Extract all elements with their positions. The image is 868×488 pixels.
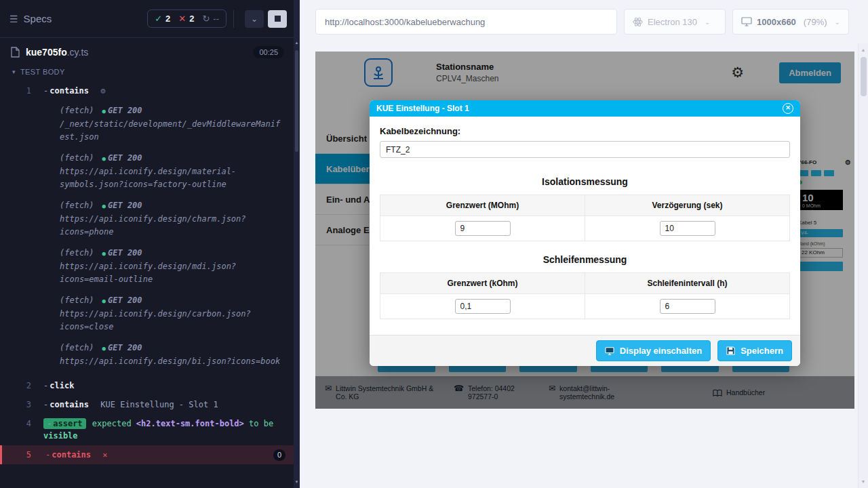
network-log-entry[interactable]: (fetch)●GET 200 https://api.iconify.desi… — [0, 294, 294, 333]
pending-count: ↻-- — [202, 14, 219, 24]
viewport-selector[interactable]: 1000x660 (79%) ⌄ — [732, 9, 849, 35]
viewport-zoom: (79%) — [804, 17, 827, 27]
caret-down-icon: ▾ — [12, 68, 16, 75]
network-log-entry[interactable]: (fetch)●GET 200 /_next/static/developmen… — [0, 104, 294, 144]
fetch-status: GET 200 — [108, 296, 142, 305]
command-row-failed[interactable]: 5 contains ✕ 0 — [0, 445, 294, 464]
loop-col-intervall: Schleifenintervall (h) — [585, 273, 790, 294]
fetch-url: /_next/static/development/_devMiddleware… — [60, 118, 284, 144]
command-log: 1 contains ⚙ (fetch)●GET 200 /_next/stat… — [0, 81, 294, 464]
status-dot-icon: ● — [102, 250, 106, 257]
isolationsmessung-title: Isolationsmessung — [380, 176, 790, 187]
network-log-entry[interactable]: (fetch)●GET 200 https://api.iconify.desi… — [0, 199, 294, 239]
divider — [233, 10, 234, 28]
fetch-status: GET 200 — [108, 343, 142, 352]
app-under-test: Stationsname CPLV4_Maschen ⚙ Abmelden Üb… — [315, 52, 854, 409]
modal-title: KUE Einstellung - Slot 1 — [376, 104, 469, 113]
fetch-url: https://api.iconify.design/mdi.json?icon… — [60, 260, 284, 286]
aut-toolbar: Electron 130 ⌄ 1000x660 (79%) ⌄ — [300, 0, 868, 43]
fetch-label: (fetch) — [60, 296, 94, 305]
app-stage: Electron 130 ⌄ 1000x660 (79%) ⌄ Stations… — [300, 0, 868, 488]
monitor-icon — [741, 17, 752, 26]
loop-grenzwert-input[interactable] — [455, 299, 511, 314]
status-dot-icon: ● — [102, 345, 106, 352]
spec-row[interactable]: kue705fo.cy.ts 00:25 — [0, 38, 294, 65]
command-row[interactable]: 3 contains KUE Einstellung - Slot 1 — [0, 395, 294, 414]
iso-verzoegerung-input[interactable] — [660, 221, 715, 236]
command-row[interactable]: 2 click — [0, 376, 294, 395]
scrollbar-thumb[interactable] — [861, 57, 867, 96]
retry-count-badge: 0 — [273, 449, 285, 461]
status-dot-icon: ● — [102, 155, 106, 162]
stop-icon — [275, 16, 281, 22]
electron-icon — [633, 17, 643, 27]
command-row-assert[interactable]: 4 assert expected <h2.text-sm.font-bold>… — [0, 414, 294, 445]
modal-header: KUE Einstellung - Slot 1 ✕ — [370, 100, 800, 117]
save-icon — [726, 346, 735, 355]
command-row[interactable]: 1 contains ⚙ — [0, 81, 294, 100]
iso-col-verzoegerung: Verzögerung (sek) — [585, 195, 790, 216]
iso-col-grenzwert: Grenzwert (MOhm) — [380, 195, 585, 216]
test-body-toggle[interactable]: ▾ TEST BODY — [0, 65, 294, 81]
command-number: 2 — [0, 380, 31, 392]
schleifenmessung-table: Grenzwert (kOhm) Schleifenintervall (h) — [380, 272, 790, 319]
stop-button[interactable] — [268, 10, 287, 28]
command-method: contains — [43, 400, 89, 409]
scroll-up-icon[interactable]: ▲ — [294, 41, 300, 45]
assert-visible: visible — [43, 431, 78, 441]
command-method: click — [43, 381, 74, 390]
loop-intervall-input[interactable] — [660, 299, 715, 314]
chevron-down-icon: ⌄ — [705, 18, 710, 26]
display-einschalten-button[interactable]: Display einschalten — [596, 340, 711, 361]
command-number: 1 — [0, 85, 31, 97]
command-number: 4 — [0, 418, 31, 430]
fetch-label: (fetch) — [60, 343, 94, 352]
specs-menu-button[interactable]: ☰ Specs — [9, 13, 52, 24]
viewport-size: 1000x660 — [757, 17, 796, 27]
window-scrollbar[interactable]: ▲ ▼ — [858, 43, 868, 488]
spec-duration-badge: 00:25 — [253, 46, 284, 58]
isolationsmessung-table: Grenzwert (MOhm) Verzögerung (sek) — [380, 195, 790, 241]
iso-grenzwert-input[interactable] — [455, 221, 511, 236]
collapse-button[interactable]: ⌄ — [245, 10, 264, 28]
status-dot-icon: ● — [102, 298, 106, 304]
fetch-url: https://api.iconify.design/material-symb… — [60, 165, 284, 191]
refresh-icon: ↻ — [202, 14, 210, 24]
fetch-status: GET 200 — [108, 106, 142, 115]
scroll-down-icon[interactable]: ▼ — [294, 480, 300, 484]
fetch-label: (fetch) — [60, 201, 94, 210]
chevron-down-icon: ⌄ — [835, 18, 840, 26]
fetch-url: https://api.iconify.design/bi.json?icons… — [60, 355, 284, 368]
fetch-label: (fetch) — [60, 248, 94, 258]
scroll-down-icon[interactable]: ▼ — [859, 476, 868, 487]
fetch-status: GET 200 — [108, 201, 142, 210]
status-dot-icon: ● — [102, 203, 106, 209]
scroll-up-icon[interactable]: ▲ — [859, 45, 868, 55]
specs-menu-icon: ☰ — [9, 14, 18, 24]
browser-selector[interactable]: Electron 130 ⌄ — [624, 9, 726, 35]
url-input[interactable] — [315, 9, 617, 35]
modal-footer: Display einschalten Speichern — [370, 335, 800, 366]
assert-element: <h2.text-sm.font-bold> — [136, 419, 244, 428]
fail-cross-icon: ✕ — [102, 450, 107, 460]
speichern-button[interactable]: Speichern — [717, 340, 792, 361]
network-log-entry[interactable]: (fetch)●GET 200 https://api.iconify.desi… — [0, 247, 294, 286]
modal-body: Kabelbezeichnung: Isolationsmessung Gren… — [370, 117, 800, 335]
gear-icon[interactable]: ⚙ — [100, 86, 105, 96]
spec-name: kue705fo.cy.ts — [26, 46, 88, 58]
scrollbar-thumb[interactable] — [295, 50, 298, 152]
kue-settings-modal: KUE Einstellung - Slot 1 ✕ Kabelbezeichn… — [370, 100, 800, 366]
command-number: 3 — [0, 399, 31, 411]
close-icon[interactable]: ✕ — [783, 103, 793, 114]
passed-count: ✓2 — [155, 14, 170, 24]
kabel-bezeichnung-input[interactable] — [380, 141, 790, 158]
fetch-label: (fetch) — [60, 106, 94, 115]
reporter-scrollbar[interactable]: ▲ ▼ — [294, 0, 300, 488]
network-log-entry[interactable]: (fetch)●GET 200 https://api.iconify.desi… — [0, 152, 294, 191]
command-method: contains — [45, 450, 91, 460]
cross-icon: ✕ — [178, 14, 186, 24]
assert-badge: assert — [43, 418, 86, 429]
cypress-reporter: ☰ Specs ✓2 ✕2 ↻-- ⌄ kue705fo.cy.ts 00:25… — [0, 0, 294, 488]
loop-col-grenzwert: Grenzwert (kOhm) — [380, 273, 585, 294]
network-log-entry[interactable]: (fetch)●GET 200 https://api.iconify.desi… — [0, 342, 294, 368]
